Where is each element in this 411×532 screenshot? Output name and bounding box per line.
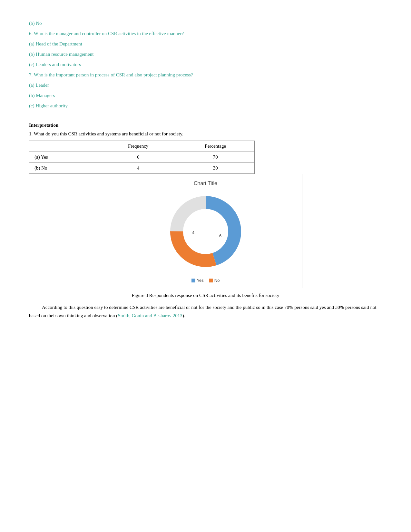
list-item: 6. Who is the manager and controller on … [29, 30, 382, 37]
paragraph-end-text: ). [182, 313, 185, 318]
list-item: (b) Managers [29, 92, 382, 99]
interpretation-question-1: 1. What do you this CSR activities and s… [29, 131, 382, 137]
col-header-frequency: Frequency [100, 141, 176, 152]
question-7: 7. Who is the important person in proces… [29, 72, 193, 77]
question-6: 6. Who is the manager and controller on … [29, 31, 184, 36]
chart-container: Chart Title 4 [109, 174, 302, 288]
donut-svg: 4 6 [164, 190, 248, 273]
legend-label-no: No [214, 278, 220, 283]
interpretation-heading: Interpretation [29, 123, 382, 128]
list-item: (c) Higher authority [29, 102, 382, 110]
option-7a: (a) Leader [29, 83, 49, 88]
option-b-no-top: (b) No [29, 21, 42, 26]
legend-item-no: No [209, 278, 220, 283]
col-header-percentage: Percentage [176, 141, 255, 152]
row-yes-label: (a) Yes [29, 152, 100, 163]
row-yes-frequency: 6 [100, 152, 176, 163]
legend-item-yes: Yes [191, 278, 204, 283]
list-item: (c) Leaders and motivators [29, 61, 382, 68]
list-item: (b) Human resource management [29, 50, 382, 58]
list-item: (a) Head of the Department [29, 40, 382, 48]
donut-chart: 4 6 [116, 190, 296, 273]
option-6b: (b) Human resource management [29, 52, 93, 57]
interpretation-paragraph: According to this question easy to deter… [29, 303, 382, 320]
option-6a: (a) Head of the Department [29, 41, 82, 46]
row-no-label: (b) No [29, 163, 100, 174]
questions-list: (b) No 6. Who is the manager and control… [29, 19, 382, 110]
data-table: Frequency Percentage (a) Yes 6 70 (b) No… [29, 141, 255, 174]
legend-label-yes: Yes [197, 278, 204, 283]
chart-legend: Yes No [116, 278, 296, 283]
list-item: (b) No [29, 19, 382, 27]
table-header-row: Frequency Percentage [29, 141, 255, 152]
citation-text: Smith, Gonin and Besharov 2013 [118, 313, 182, 318]
row-no-percentage: 30 [176, 163, 255, 174]
legend-color-no [209, 279, 213, 282]
col-header-empty [29, 141, 100, 152]
row-yes-percentage: 70 [176, 152, 255, 163]
list-item: (a) Leader [29, 81, 382, 89]
legend-color-yes [191, 279, 195, 282]
figure-caption: Figure 3 Respondents response on CSR act… [29, 293, 382, 298]
row-no-frequency: 4 [100, 163, 176, 174]
table-row: (a) Yes 6 70 [29, 152, 255, 163]
interpretation-section: Interpretation 1. What do you this CSR a… [29, 123, 382, 320]
donut-label-yes: 6 [219, 233, 221, 238]
table-row: (b) No 4 30 [29, 163, 255, 174]
option-6c: (c) Leaders and motivators [29, 62, 81, 67]
option-7b: (b) Managers [29, 93, 55, 98]
chart-title: Chart Title [116, 181, 296, 186]
paragraph-main-text: According to this question easy to deter… [29, 305, 377, 318]
list-item: 7. Who is the important person in proces… [29, 71, 382, 79]
donut-label-no: 4 [192, 230, 194, 235]
option-7c: (c) Higher authority [29, 103, 68, 108]
